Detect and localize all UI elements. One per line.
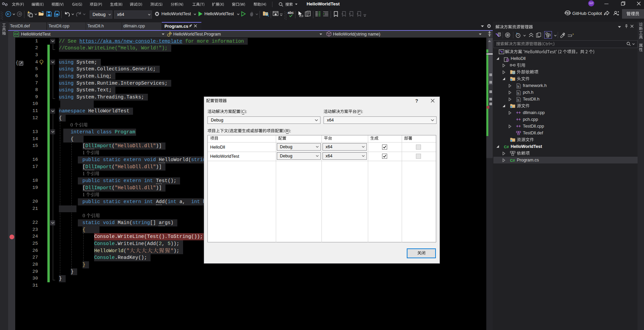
svg-text:h: h — [517, 85, 519, 88]
svg-text:h: h — [517, 91, 519, 95]
svg-text:++: ++ — [516, 124, 521, 129]
svg-text:C#: C# — [504, 145, 509, 149]
svg-text:C#: C# — [510, 158, 515, 162]
svg-text:++: ++ — [516, 117, 521, 122]
svg-text:++: ++ — [516, 110, 521, 115]
svg-text:h: h — [517, 98, 519, 102]
